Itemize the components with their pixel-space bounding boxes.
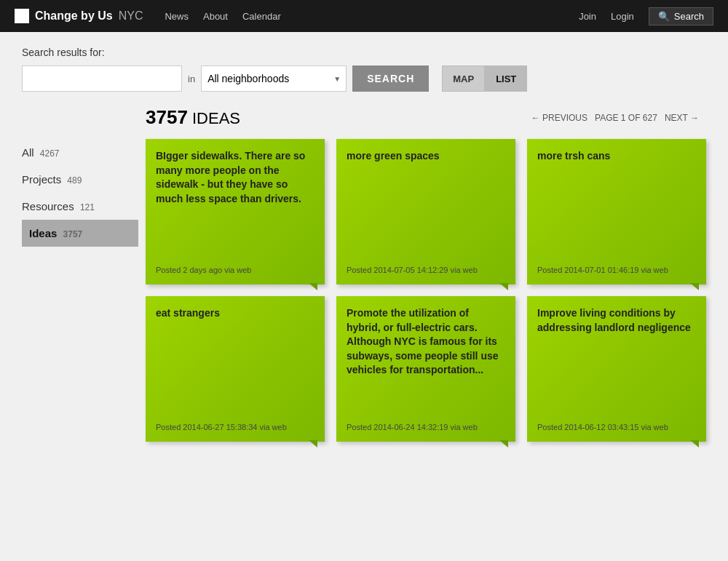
- navbar-search-label: Search: [674, 11, 704, 22]
- idea-title-3: eat strangers: [156, 306, 314, 321]
- idea-meta-5: Posted 2014-06-12 03:43:15 via web: [537, 423, 668, 431]
- main-layout: All 4267 Projects 489 Resources 121 Idea…: [22, 139, 706, 442]
- search-input[interactable]: [22, 65, 182, 92]
- neighborhood-wrapper: All neighborhoods: [201, 65, 347, 92]
- idea-title-0: BIgger sidewalks. There are so many more…: [156, 149, 314, 206]
- idea-meta-3: Posted 2014-06-27 15:38:34 via web: [156, 423, 287, 431]
- sidebar-resources-count: 121: [80, 202, 95, 212]
- idea-title-5: Improve living conditions by addressing …: [537, 306, 696, 335]
- login-link[interactable]: Login: [611, 11, 634, 22]
- logo-nyc: NYC: [119, 9, 143, 23]
- sidebar-ideas-label: Ideas: [29, 227, 57, 239]
- search-results-label: Search results for:: [22, 47, 706, 58]
- idea-meta-2: Posted 2014-07-01 01:46:19 via web: [537, 266, 668, 274]
- results-ideas-label: IDEAS: [192, 109, 240, 127]
- idea-card-0[interactable]: BIgger sidewalks. There are so many more…: [146, 139, 325, 285]
- site-logo[interactable]: Change by Us NYC: [15, 9, 143, 23]
- navbar-search-button[interactable]: 🔍 Search: [649, 7, 713, 25]
- neighborhood-select[interactable]: All neighborhoods: [201, 65, 347, 92]
- page-indicator: PAGE 1 OF 627: [595, 113, 657, 123]
- map-view-button[interactable]: MAP: [442, 65, 485, 92]
- logo-icon: [15, 9, 29, 23]
- list-view-button[interactable]: LIST: [485, 65, 527, 92]
- sidebar-item-ideas[interactable]: Ideas 3757: [22, 220, 138, 247]
- join-link[interactable]: Join: [579, 11, 596, 22]
- ideas-grid: BIgger sidewalks. There are so many more…: [138, 139, 706, 442]
- idea-title-1: more green spaces: [347, 149, 505, 164]
- logo-text: Change by Us: [35, 9, 113, 23]
- sidebar-projects-count: 489: [67, 175, 82, 186]
- nav-about[interactable]: About: [203, 11, 228, 22]
- nav-calendar[interactable]: Calendar: [242, 11, 281, 22]
- results-header: 3757 IDEAS ← PREVIOUS PAGE 1 OF 627 NEXT…: [22, 106, 706, 136]
- idea-title-4: Promote the utilization of hybrid, or fu…: [347, 306, 505, 378]
- idea-card-3[interactable]: eat strangers Posted 2014-06-27 15:38:34…: [146, 296, 325, 442]
- sidebar-item-resources[interactable]: Resources 121: [22, 193, 138, 220]
- sidebar-ideas-count: 3757: [63, 229, 83, 239]
- search-button[interactable]: SEARCH: [352, 65, 429, 92]
- nav-news[interactable]: News: [165, 11, 189, 22]
- prev-page-link[interactable]: ← PREVIOUS: [531, 113, 587, 123]
- navbar-right: Join Login 🔍 Search: [579, 7, 713, 25]
- idea-title-2: more trsh cans: [537, 149, 696, 164]
- idea-card-4[interactable]: Promote the utilization of hybrid, or fu…: [336, 296, 515, 442]
- idea-card-5[interactable]: Improve living conditions by addressing …: [527, 296, 706, 442]
- sidebar-item-all[interactable]: All 4267: [22, 139, 138, 166]
- idea-card-2[interactable]: more trsh cans Posted 2014-07-01 01:46:1…: [527, 139, 706, 285]
- in-label: in: [188, 73, 195, 84]
- sidebar-projects-label: Projects: [22, 173, 61, 186]
- sidebar: All 4267 Projects 489 Resources 121 Idea…: [22, 139, 138, 442]
- results-number: 3757: [146, 106, 188, 128]
- search-icon: 🔍: [658, 11, 670, 22]
- page-content: Search results for: in All neighborhoods…: [0, 32, 728, 561]
- nav-links: News About Calendar: [165, 11, 579, 22]
- idea-meta-1: Posted 2014-07-05 14:12:29 via web: [347, 266, 478, 274]
- search-bar: in All neighborhoods SEARCH MAP LIST: [22, 65, 706, 92]
- navbar: Change by Us NYC News About Calendar Joi…: [0, 0, 728, 32]
- idea-meta-0: Posted 2 days ago via web: [156, 266, 251, 274]
- sidebar-item-projects[interactable]: Projects 489: [22, 166, 138, 193]
- idea-meta-4: Posted 2014-06-24 14:32:19 via web: [347, 423, 478, 431]
- sidebar-all-count: 4267: [40, 148, 60, 159]
- sidebar-all-label: All: [22, 146, 34, 159]
- next-page-link[interactable]: NEXT →: [665, 113, 699, 123]
- idea-card-1[interactable]: more green spaces Posted 2014-07-05 14:1…: [336, 139, 515, 285]
- results-count: 3757 IDEAS: [146, 106, 240, 129]
- view-toggle: MAP LIST: [442, 65, 527, 92]
- sidebar-resources-label: Resources: [22, 200, 74, 212]
- pagination-info: ← PREVIOUS PAGE 1 OF 627 NEXT →: [531, 113, 699, 123]
